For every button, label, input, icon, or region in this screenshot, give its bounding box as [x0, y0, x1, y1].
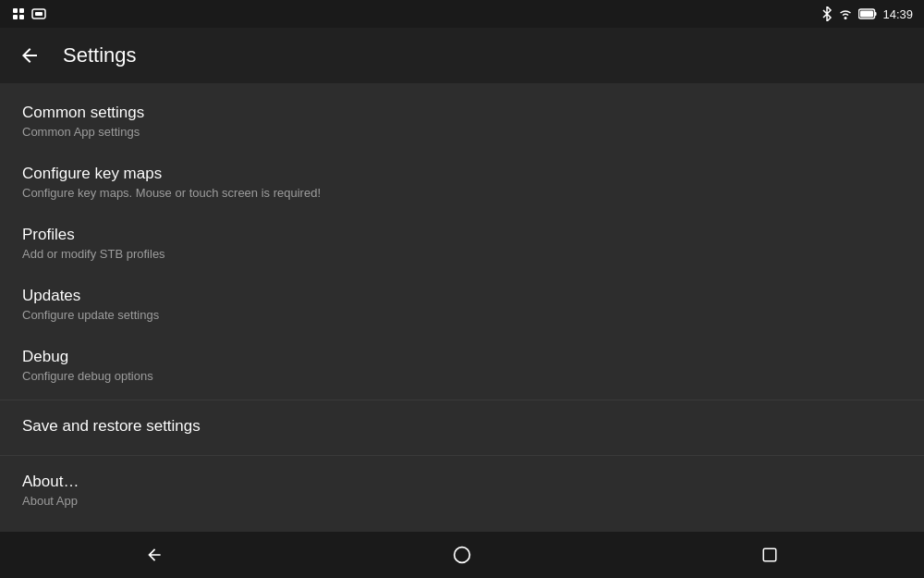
- back-button[interactable]: [15, 41, 44, 70]
- settings-item-profiles[interactable]: Profiles Add or modify STB profiles: [0, 213, 924, 274]
- wifi-icon: [838, 6, 853, 21]
- settings-item-title-common-settings: Common settings: [22, 104, 902, 122]
- svg-point-6: [845, 17, 847, 19]
- svg-rect-0: [13, 8, 18, 13]
- app-icon-2: [31, 6, 46, 21]
- settings-item-subtitle-debug: Configure debug options: [22, 369, 902, 383]
- settings-item-debug[interactable]: Debug Configure debug options: [0, 335, 924, 396]
- settings-item-subtitle-profiles: Add or modify STB profiles: [22, 247, 902, 261]
- svg-rect-9: [860, 11, 873, 18]
- status-bar-left: [11, 6, 46, 21]
- settings-item-subtitle-configure-key-maps: Configure key maps. Mouse or touch scree…: [22, 186, 902, 200]
- settings-item-updates[interactable]: Updates Configure update settings: [0, 274, 924, 335]
- app-bar-title: Settings: [63, 43, 137, 68]
- nav-home-button[interactable]: [434, 536, 490, 573]
- svg-point-10: [455, 547, 470, 563]
- settings-item-title-configure-key-maps: Configure key maps: [22, 165, 902, 183]
- nav-bar: [0, 532, 924, 578]
- settings-item-subtitle-about: About App: [22, 494, 902, 508]
- settings-item-title-save-restore: Save and restore settings: [22, 417, 902, 436]
- settings-item-subtitle-common-settings: Common App settings: [22, 125, 902, 139]
- app-bar: Settings: [0, 28, 924, 83]
- bluetooth-icon: [821, 6, 833, 21]
- status-time: 14:39: [882, 7, 913, 21]
- settings-item-save-restore[interactable]: Save and restore settings: [0, 404, 924, 451]
- settings-item-about[interactable]: About… About App: [0, 460, 924, 521]
- svg-rect-8: [875, 12, 877, 16]
- settings-item-title-updates: Updates: [22, 287, 902, 305]
- divider-1: [0, 400, 924, 400]
- settings-item-title-profiles: Profiles: [22, 226, 902, 244]
- svg-rect-5: [35, 12, 43, 16]
- settings-item-common-settings[interactable]: Common settings Common App settings: [0, 91, 924, 152]
- nav-recents-button[interactable]: [742, 536, 797, 573]
- settings-item-subtitle-updates: Configure update settings: [22, 308, 902, 322]
- svg-rect-11: [764, 548, 777, 561]
- svg-rect-2: [13, 15, 18, 19]
- svg-rect-3: [19, 15, 24, 19]
- settings-item-title-debug: Debug: [22, 348, 902, 366]
- settings-item-title-about: About…: [22, 473, 902, 491]
- settings-item-configure-key-maps[interactable]: Configure key maps Configure key maps. M…: [0, 152, 924, 213]
- svg-rect-1: [19, 8, 24, 13]
- app-icon-1: [11, 6, 26, 21]
- settings-list: Common settings Common App settings Conf…: [0, 83, 924, 528]
- nav-back-button[interactable]: [127, 536, 182, 573]
- status-bar: 14:39: [0, 0, 924, 28]
- battery-icon: [858, 7, 877, 20]
- status-bar-right: 14:39: [821, 6, 913, 21]
- divider-2: [0, 455, 924, 456]
